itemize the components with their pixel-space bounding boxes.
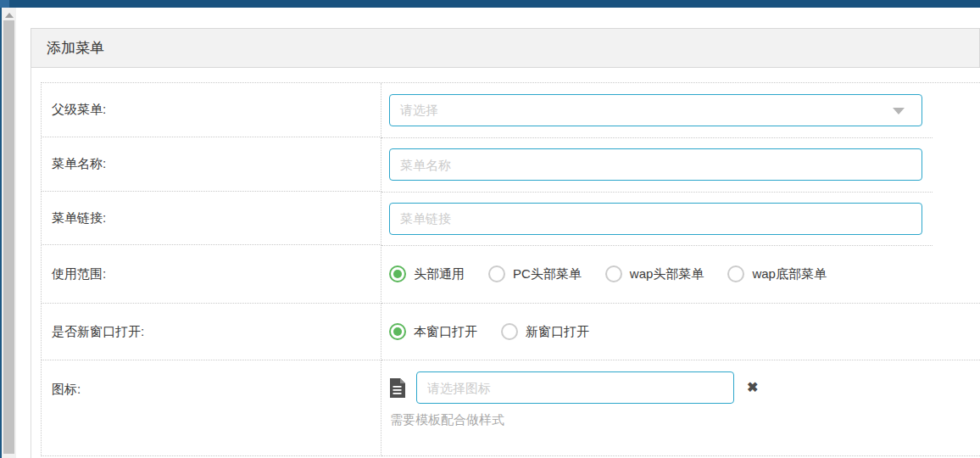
form-row-icon: 图标: ✖ 需要模板配合做样式	[42, 360, 980, 456]
parent-menu-label: 父级菜单:	[42, 83, 381, 137]
parent-menu-select[interactable]: 请选择	[389, 94, 922, 126]
form-row-menu-link: 菜单链接:	[42, 192, 980, 245]
new-window-cell: 本窗口打开 新窗口打开	[381, 304, 980, 360]
close-icon[interactable]: ✖	[747, 381, 758, 394]
radio-label: wap头部菜单	[630, 266, 704, 282]
menu-name-cell	[381, 137, 980, 192]
icon-picker-line: ✖	[389, 371, 758, 404]
radio-same-window[interactable]: 本窗口打开	[389, 323, 477, 340]
menu-name-input[interactable]	[389, 148, 922, 181]
add-menu-form: 父级菜单: 请选择 菜单名称: 菜单链接:	[41, 82, 980, 456]
menu-link-label: 菜单链接:	[42, 192, 381, 245]
menu-link-input[interactable]	[389, 203, 922, 235]
radio-pc-header-menu[interactable]: PC头部菜单	[488, 265, 582, 282]
top-scrollbar-thumb[interactable]	[0, 0, 9, 8]
form-row-menu-name: 菜单名称:	[42, 137, 980, 192]
menu-link-cell	[381, 192, 980, 245]
form-row-new-window: 是否新窗口打开: 本窗口打开 新窗口打开	[42, 304, 980, 360]
panel-body: 父级菜单: 请选择 菜单名称: 菜单链接:	[31, 68, 980, 456]
parent-menu-cell: 请选择	[381, 83, 980, 137]
radio-wap-header-menu[interactable]: wap头部菜单	[605, 265, 704, 282]
radio-label: 头部通用	[414, 266, 465, 282]
icon-label: 图标:	[42, 360, 381, 456]
form-row-usage-scope: 使用范围: 头部通用 PC头部菜单 wap头部菜单	[42, 245, 980, 304]
panel-title: 添加菜单	[31, 28, 980, 68]
icon-cell: ✖ 需要模板配合做样式	[381, 360, 980, 456]
add-menu-panel: 添加菜单 父级菜单: 请选择 菜单名称:	[31, 28, 980, 458]
radio-header-common[interactable]: 头部通用	[389, 265, 465, 282]
vertical-scrollbar[interactable]	[2, 8, 16, 458]
radio-unselected-icon[interactable]	[501, 323, 518, 340]
radio-label: 新窗口打开	[526, 324, 589, 340]
file-text-icon[interactable]	[389, 378, 405, 398]
radio-unselected-icon[interactable]	[488, 265, 505, 282]
radio-label: 本窗口打开	[414, 324, 477, 340]
radio-label: wap底部菜单	[752, 266, 827, 282]
chevron-down-icon	[893, 108, 905, 114]
scroll-up-arrow-icon	[5, 13, 14, 18]
radio-unselected-icon[interactable]	[605, 265, 622, 282]
left-edge-accent-line	[0, 0, 2, 458]
menu-name-label: 菜单名称:	[42, 137, 381, 192]
form-row-parent-menu: 父级菜单: 请选择	[42, 83, 980, 137]
radio-new-window[interactable]: 新窗口打开	[501, 323, 589, 340]
radio-wap-footer-menu[interactable]: wap底部菜单	[727, 265, 827, 282]
scrollbar-up-button[interactable]	[2, 8, 16, 21]
scrollbar-thumb[interactable]	[3, 20, 14, 454]
usage-scope-cell: 头部通用 PC头部菜单 wap头部菜单 wap底部菜单	[381, 245, 980, 304]
usage-scope-label: 使用范围:	[42, 245, 381, 304]
icon-helper-text: 需要模板配合做样式	[390, 412, 504, 428]
radio-selected-icon[interactable]	[389, 265, 406, 282]
radio-label: PC头部菜单	[513, 266, 582, 282]
icon-select-input[interactable]	[416, 371, 734, 404]
radio-unselected-icon[interactable]	[727, 265, 744, 282]
radio-selected-icon[interactable]	[389, 323, 406, 340]
top-scrollbar-track[interactable]	[0, 0, 980, 8]
parent-menu-select-placeholder: 请选择	[400, 103, 438, 119]
new-window-label: 是否新窗口打开:	[42, 304, 381, 360]
